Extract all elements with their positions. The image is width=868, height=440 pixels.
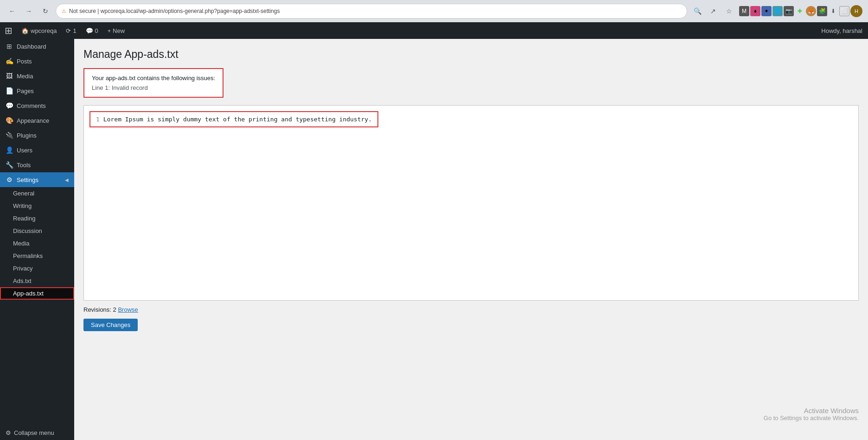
sidebar: ⊞ Dashboard ✍ Posts 🖼 Media 📄 Pages 💬 Co… [0, 39, 74, 440]
editor-line: 1Lorem Ipsum is simply dummy text of the… [96, 116, 372, 123]
address-bar[interactable]: ⚠ Not secure | wpcoreqa.local/wp-admin/o… [56, 4, 687, 19]
editor-container[interactable]: 1Lorem Ipsum is simply dummy text of the… [83, 105, 859, 301]
ext-icon-2[interactable]: ♦ [750, 6, 760, 16]
sidebar-item-users[interactable]: 👤 Users [0, 143, 74, 157]
sidebar-item-settings[interactable]: ⚙ Settings ◀ [0, 172, 74, 187]
extensions-area: M ♦ ✦ 🌐 📷 ✚ 🦊 🧩 ⬇ ⬜ H [739, 5, 862, 17]
media-icon: 🖼 [6, 72, 13, 80]
sidebar-item-label: Tools [17, 162, 31, 169]
wp-main: ⊞ Dashboard ✍ Posts 🖼 Media 📄 Pages 💬 Co… [0, 39, 868, 440]
new-label: + New [108, 27, 125, 34]
bookmark-button[interactable]: ☆ [722, 5, 735, 18]
sidebar-item-label: Appearance [17, 117, 49, 124]
sidebar-item-media[interactable]: 🖼 Media [0, 69, 74, 83]
sidebar-item-label: Plugins [17, 132, 37, 139]
collapse-icon: ⚙ [6, 429, 11, 436]
submenu-item-discussion[interactable]: Discussion [0, 225, 74, 237]
submenu-item-general[interactable]: General [0, 187, 74, 200]
admin-bar-site-icon: 🏠 [21, 27, 29, 34]
updates-count: 1 [73, 27, 76, 34]
submenu-item-appadstxt[interactable]: App-ads.txt [0, 287, 74, 300]
admin-bar-howdy: Howdy, harshal [816, 27, 868, 34]
settings-submenu: General Writing Reading Discussion Media… [0, 187, 74, 300]
ext-icon-8[interactable]: 🧩 [817, 6, 827, 16]
comments-icon: 💬 [6, 102, 13, 109]
sidebar-item-label: Users [17, 147, 32, 154]
ext-icon-3[interactable]: ✦ [761, 6, 772, 16]
users-icon: 👤 [6, 146, 13, 154]
sidebar-item-appearance[interactable]: 🎨 Appearance [0, 113, 74, 128]
sidebar-item-label: Dashboard [17, 43, 46, 50]
ext-icon-7[interactable]: 🦊 [806, 6, 816, 16]
revisions-count: 2 [113, 306, 116, 313]
sidebar-item-pages[interactable]: 📄 Pages [0, 83, 74, 98]
share-button[interactable]: ↗ [707, 5, 720, 18]
ext-icon-6[interactable]: ✚ [795, 6, 805, 16]
editor-body[interactable]: 1Lorem Ipsum is simply dummy text of the… [84, 106, 858, 300]
ext-icon-10[interactable]: ⬜ [839, 6, 849, 16]
collapse-label: Collapse menu [14, 429, 54, 436]
forward-button[interactable]: → [22, 5, 35, 18]
sidebar-item-posts[interactable]: ✍ Posts [0, 54, 74, 69]
submenu-item-reading[interactable]: Reading [0, 212, 74, 225]
reload-button[interactable]: ↻ [39, 5, 52, 18]
ext-icon-5[interactable]: 📷 [784, 6, 794, 16]
browse-link[interactable]: Browse [118, 306, 138, 313]
pages-icon: 📄 [6, 87, 13, 94]
comments-bubble-icon: 💬 [86, 27, 93, 34]
settings-icon: ⚙ [6, 176, 13, 183]
editor-content: Lorem Ipsum is simply dummy text of the … [103, 116, 372, 123]
profile-avatar[interactable]: H [850, 5, 862, 17]
ext-icon-9[interactable]: ⬇ [828, 6, 838, 16]
submenu-item-media[interactable]: Media [0, 237, 74, 250]
tools-icon: 🔧 [6, 161, 13, 169]
sidebar-item-comments[interactable]: 💬 Comments [0, 98, 74, 113]
appearance-icon: 🎨 [6, 117, 13, 124]
dashboard-icon: ⊞ [6, 43, 13, 50]
wp-logo[interactable]: ⊞ [0, 22, 17, 39]
sidebar-item-label: Media [17, 73, 33, 80]
updates-icon: ⟳ [66, 27, 71, 34]
page-title: Manage App-ads.txt [83, 48, 859, 61]
sidebar-item-label: Comments [17, 102, 46, 109]
back-button[interactable]: ← [6, 5, 19, 18]
collapse-menu[interactable]: ⚙ Collapse menu [0, 426, 74, 440]
comments-count: 0 [95, 27, 98, 34]
lock-icon: ⚠ [62, 8, 66, 14]
sidebar-item-dashboard[interactable]: ⊞ Dashboard [0, 39, 74, 54]
ext-icon-1[interactable]: M [739, 6, 749, 16]
notice-title: Your app-ads.txt contains the following … [92, 75, 215, 82]
sidebar-item-tools[interactable]: 🔧 Tools [0, 157, 74, 172]
revisions-row: Revisions: 2 Browse [83, 306, 859, 313]
sidebar-item-plugins[interactable]: 🔌 Plugins [0, 128, 74, 143]
settings-arrow-icon: ◀ [65, 177, 69, 182]
line-number: 1 [96, 116, 100, 123]
submenu-item-privacy[interactable]: Privacy [0, 262, 74, 275]
wp-admin-bar: ⊞ 🏠 wpcoreqa ⟳ 1 💬 0 + New Howdy, harsha… [0, 22, 868, 39]
admin-bar-site-name: wpcoreqa [31, 27, 57, 34]
save-changes-button[interactable]: Save Changes [83, 319, 138, 331]
admin-bar-site[interactable]: 🏠 wpcoreqa [17, 22, 61, 39]
sidebar-item-label: Settings [17, 176, 38, 183]
notice-box: Your app-ads.txt contains the following … [83, 68, 223, 98]
admin-bar-updates[interactable]: ⟳ 1 [61, 22, 81, 39]
url-text: Not secure | wpcoreqa.local/wp-admin/opt… [69, 8, 280, 14]
submenu-item-adstxt[interactable]: Ads.txt [0, 275, 74, 287]
sidebar-item-label: Pages [17, 88, 34, 94]
content-area: Manage App-ads.txt Your app-ads.txt cont… [74, 39, 868, 440]
ext-icon-4[interactable]: 🌐 [772, 6, 783, 16]
plugins-icon: 🔌 [6, 132, 13, 139]
browser-actions: 🔍 ↗ ☆ [691, 5, 735, 18]
admin-bar-new[interactable]: + New [103, 22, 129, 39]
revisions-label: Revisions: [83, 306, 111, 313]
editor-line-container: 1Lorem Ipsum is simply dummy text of the… [89, 111, 378, 127]
search-browser-button[interactable]: 🔍 [691, 5, 704, 18]
admin-bar-comments[interactable]: 💬 0 [81, 22, 103, 39]
browser-bar: ← → ↻ ⚠ Not secure | wpcoreqa.local/wp-a… [0, 0, 868, 22]
submenu-item-permalinks[interactable]: Permalinks [0, 250, 74, 262]
notice-detail: Line 1: Invalid record [92, 84, 215, 91]
sidebar-item-label: Posts [17, 58, 32, 65]
submenu-item-writing[interactable]: Writing [0, 200, 74, 212]
posts-icon: ✍ [6, 57, 13, 65]
